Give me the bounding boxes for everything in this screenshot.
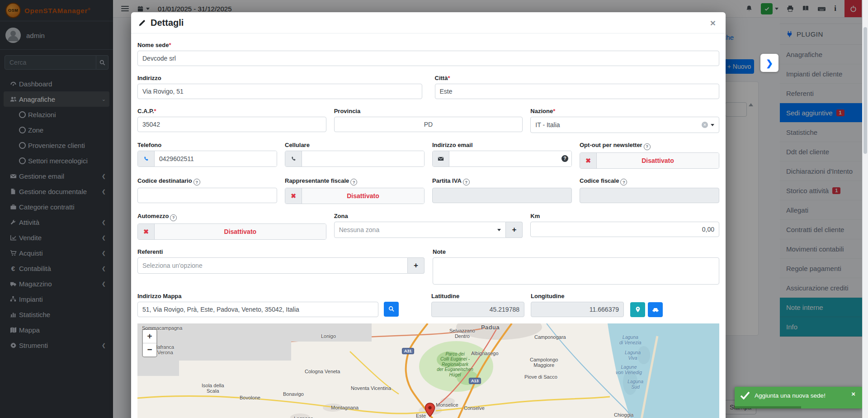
check-icon	[740, 391, 750, 399]
km-field[interactable]	[530, 222, 719, 237]
map-town-label: Chioggia	[614, 412, 633, 418]
required-mark: *	[169, 42, 171, 48]
add-zona-button[interactable]: +	[506, 222, 523, 238]
rappresentante-fiscale-toggle[interactable]: ✖ Disattivato	[285, 188, 425, 204]
map-town-label: Piove di Sacco	[524, 374, 557, 380]
automezzo-toggle[interactable]: ✖ Disattivato	[137, 223, 326, 240]
map-town-label: Bonavigo	[283, 391, 304, 397]
help-icon[interactable]: ?	[644, 143, 651, 150]
email-field[interactable]	[449, 151, 571, 166]
partita-iva-label: Partita IVA?	[432, 177, 572, 186]
water-label: Laguna Viva	[625, 350, 641, 361]
telefono-field[interactable]	[155, 151, 277, 166]
map-town-label: Isola della Scala	[202, 383, 224, 394]
cellulare-field[interactable]	[302, 151, 424, 166]
water-label: Laguna Sud	[627, 379, 643, 390]
zoom-in-button[interactable]: +	[143, 330, 156, 343]
route-car-button[interactable]	[648, 302, 663, 317]
nome-sede-field[interactable]	[137, 51, 719, 66]
close-icon[interactable]: ×	[849, 390, 858, 398]
nazione-select[interactable]: IT - Italia ✕	[530, 117, 719, 133]
referenti-label: Referenti	[137, 248, 425, 255]
add-referente-button[interactable]: +	[408, 257, 425, 274]
indirizzo-mappa-label: Indirizzo Mappa	[137, 293, 399, 299]
citta-label: Città*	[435, 75, 720, 81]
cap-label: C.A.P.*	[137, 108, 326, 114]
required-mark: *	[154, 108, 156, 114]
note-label: Note	[433, 248, 719, 255]
caret-down-icon	[497, 229, 501, 231]
indirizzo-field[interactable]	[137, 84, 422, 99]
x-icon: ✖	[138, 224, 155, 239]
referenti-select[interactable]: Seleziona un'opzione	[137, 257, 408, 274]
phone-icon	[285, 151, 302, 166]
provincia-field[interactable]	[334, 117, 523, 132]
help-icon[interactable]: ?	[620, 179, 627, 185]
map-town-label: Selvazzano Dentro	[449, 328, 475, 339]
help-icon[interactable]: ?	[170, 214, 177, 221]
indirizzo-label: Indirizzo	[137, 75, 422, 81]
nazione-label: Nazione*	[530, 108, 719, 114]
modal-body: Nome sede* Indirizzo Città* C.A.P.*	[131, 33, 726, 418]
nome-sede-label: Nome sede*	[137, 42, 719, 48]
email-help-icon[interactable]: ?	[561, 155, 568, 162]
zona-label: Zona	[334, 213, 523, 219]
indirizzo-mappa-field[interactable]	[137, 302, 378, 317]
scrollbar-thumb[interactable]	[863, 27, 867, 154]
help-icon[interactable]: ?	[193, 179, 200, 185]
cellulare-label: Cellulare	[285, 142, 425, 148]
longitudine-field	[531, 302, 624, 317]
application-window: OSM OpenSTAManager® admin Dashboard Anag…	[0, 0, 868, 418]
clear-selection-icon[interactable]: ✕	[702, 122, 708, 128]
zona-select[interactable]: Nessuna zona	[334, 222, 506, 238]
modal-header: Dettagli ×	[131, 12, 726, 33]
x-icon: ✖	[285, 188, 302, 204]
cap-field[interactable]	[137, 117, 326, 132]
telefono-group	[137, 151, 277, 167]
map-town-label: Cologna Veneta	[305, 369, 340, 375]
x-icon: ✖	[580, 153, 597, 168]
collapse-panel-button[interactable]: ❯	[760, 54, 778, 72]
phone-icon	[138, 151, 155, 166]
latitudine-label: Latitudine	[431, 293, 524, 299]
cellulare-group	[285, 151, 425, 167]
map-town-label: Conselve	[464, 405, 485, 411]
map-town-label: Noventa Vicentina	[351, 385, 391, 391]
optout-toggle[interactable]: ✖ Disattivato	[580, 152, 719, 169]
park-label: Parco dei Colli Euganei - Regionalpark d…	[431, 352, 479, 378]
map-town-label: Campolongo Maggiore	[530, 357, 558, 368]
note-field[interactable]	[433, 257, 719, 285]
water-label: Lagune von Venedig	[616, 364, 642, 375]
citta-field[interactable]	[435, 84, 720, 99]
map-town-label: Legnago	[294, 416, 313, 418]
pencil-icon	[138, 19, 146, 27]
codice-fiscale-field	[580, 188, 719, 203]
leaflet-map[interactable]: + − Sommacampagna Villafranca di Verona …	[137, 323, 719, 418]
motorway-badge: A13	[469, 378, 481, 384]
required-mark: *	[448, 75, 450, 81]
caret-down-icon	[711, 124, 714, 126]
codice-destinatario-field[interactable]	[137, 188, 277, 203]
help-icon[interactable]: ?	[463, 179, 470, 185]
zoom-out-button[interactable]: −	[143, 343, 156, 356]
motorway-badge: A31	[402, 348, 414, 354]
map-town-label: Montagnana	[331, 405, 359, 411]
search-address-button[interactable]	[384, 302, 399, 317]
latitudine-field	[431, 302, 524, 317]
map-marker-icon[interactable]	[424, 403, 436, 418]
map-town-label: Monselice	[436, 402, 458, 408]
km-label: Km	[530, 213, 719, 219]
map-town-label: Bovolone	[240, 395, 260, 401]
close-icon[interactable]: ×	[708, 18, 718, 28]
map-town-label: Camponogara	[534, 334, 566, 340]
codice-fiscale-label: Codice fiscale?	[580, 177, 719, 186]
help-icon[interactable]: ?	[350, 179, 357, 185]
details-modal: Dettagli × Nome sede* Indirizzo Città*	[131, 12, 726, 418]
map-town-label: Lonigo	[321, 333, 336, 339]
provincia-label: Provincia	[334, 108, 523, 114]
telefono-label: Telefono	[137, 142, 277, 148]
success-toast[interactable]: Aggiunta una nuova sede! ×	[735, 387, 863, 408]
geolocate-button[interactable]	[630, 302, 645, 317]
codice-destinatario-label: Codice destinatario?	[137, 177, 277, 186]
vertical-scrollbar[interactable]	[862, 0, 868, 418]
